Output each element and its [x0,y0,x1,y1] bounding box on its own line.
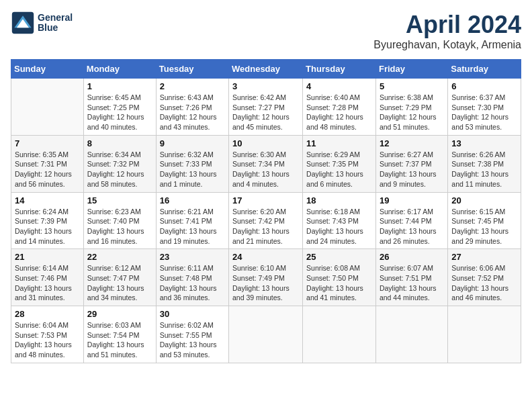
calendar-cell [375,306,447,363]
calendar-week-row: 7Sunrise: 6:35 AMSunset: 7:31 PMDaylight… [11,135,521,192]
logo-icon [11,11,35,35]
cell-info: Sunrise: 6:21 AMSunset: 7:41 PMDaylight:… [160,207,225,246]
calendar-cell: 17Sunrise: 6:20 AMSunset: 7:42 PMDayligh… [229,192,303,249]
cell-info: Sunrise: 6:12 AMSunset: 7:47 PMDaylight:… [87,263,152,303]
cell-info: Sunrise: 6:32 AMSunset: 7:33 PMDaylight:… [160,150,225,189]
cell-info: Sunrise: 6:08 AMSunset: 7:50 PMDaylight:… [306,263,372,303]
col-header-saturday: Saturday [448,60,521,79]
calendar-cell: 9Sunrise: 6:32 AMSunset: 7:33 PMDaylight… [156,135,228,192]
calendar-week-row: 21Sunrise: 6:14 AMSunset: 7:46 PMDayligh… [11,249,521,306]
col-header-sunday: Sunday [11,60,84,79]
day-number: 29 [87,309,152,319]
day-number: 17 [232,195,299,205]
day-number: 12 [380,138,444,148]
day-number: 23 [160,252,225,262]
cell-info: Sunrise: 6:20 AMSunset: 7:42 PMDaylight:… [232,207,299,246]
cell-info: Sunrise: 6:37 AMSunset: 7:30 PMDaylight:… [451,93,517,132]
calendar-cell: 10Sunrise: 6:30 AMSunset: 7:34 PMDayligh… [229,135,303,192]
calendar-week-row: 14Sunrise: 6:24 AMSunset: 7:39 PMDayligh… [11,192,521,249]
day-number: 1 [87,81,152,91]
calendar-cell: 19Sunrise: 6:17 AMSunset: 7:44 PMDayligh… [375,192,447,249]
cell-info: Sunrise: 6:03 AMSunset: 7:54 PMDaylight:… [87,320,152,360]
calendar-cell: 3Sunrise: 6:42 AMSunset: 7:27 PMDaylight… [229,79,303,136]
cell-info: Sunrise: 6:40 AMSunset: 7:28 PMDaylight:… [306,93,372,132]
day-number: 30 [160,309,225,319]
day-number: 21 [15,252,80,262]
cell-info: Sunrise: 6:04 AMSunset: 7:53 PMDaylight:… [15,320,80,360]
cell-info: Sunrise: 6:27 AMSunset: 7:37 PMDaylight:… [380,150,444,189]
cell-info: Sunrise: 6:35 AMSunset: 7:31 PMDaylight:… [15,150,80,189]
calendar-week-row: 1Sunrise: 6:45 AMSunset: 7:25 PMDaylight… [11,79,521,136]
day-number: 27 [451,252,517,262]
logo-line1: General [38,13,73,23]
day-number: 8 [87,138,152,148]
day-number: 22 [87,252,152,262]
day-number: 2 [160,81,225,91]
calendar-cell: 1Sunrise: 6:45 AMSunset: 7:25 PMDaylight… [83,79,156,136]
calendar-cell: 27Sunrise: 6:06 AMSunset: 7:52 PMDayligh… [448,249,521,306]
day-number: 10 [232,138,299,148]
col-header-thursday: Thursday [303,60,376,79]
day-number: 11 [306,138,372,148]
calendar-cell: 4Sunrise: 6:40 AMSunset: 7:28 PMDaylight… [303,79,376,136]
calendar-cell: 26Sunrise: 6:07 AMSunset: 7:51 PMDayligh… [375,249,447,306]
col-header-friday: Friday [375,60,447,79]
cell-info: Sunrise: 6:24 AMSunset: 7:39 PMDaylight:… [15,207,80,246]
day-number: 28 [15,309,80,319]
calendar-cell: 21Sunrise: 6:14 AMSunset: 7:46 PMDayligh… [11,249,84,306]
day-number: 3 [232,81,299,91]
location-title: Byureghavan, Kotayk, Armenia [373,39,521,51]
calendar-cell: 20Sunrise: 6:15 AMSunset: 7:45 PMDayligh… [448,192,521,249]
calendar-cell [229,306,303,363]
cell-info: Sunrise: 6:14 AMSunset: 7:46 PMDaylight:… [15,263,80,303]
logo: General Blue [11,11,73,35]
calendar-cell: 23Sunrise: 6:11 AMSunset: 7:48 PMDayligh… [156,249,228,306]
cell-info: Sunrise: 6:26 AMSunset: 7:38 PMDaylight:… [451,150,517,189]
cell-info: Sunrise: 6:15 AMSunset: 7:45 PMDaylight:… [451,207,517,246]
calendar-cell: 13Sunrise: 6:26 AMSunset: 7:38 PMDayligh… [448,135,521,192]
col-header-wednesday: Wednesday [229,60,303,79]
cell-info: Sunrise: 6:17 AMSunset: 7:44 PMDaylight:… [380,207,444,246]
calendar-cell: 14Sunrise: 6:24 AMSunset: 7:39 PMDayligh… [11,192,84,249]
day-number: 24 [232,252,299,262]
calendar-cell: 7Sunrise: 6:35 AMSunset: 7:31 PMDaylight… [11,135,84,192]
cell-info: Sunrise: 6:34 AMSunset: 7:32 PMDaylight:… [87,150,152,189]
cell-info: Sunrise: 6:29 AMSunset: 7:35 PMDaylight:… [306,150,372,189]
page-header: General Blue April 2024 Byureghavan, Kot… [11,11,521,51]
logo-line2: Blue [38,23,73,33]
day-number: 7 [15,138,80,148]
cell-info: Sunrise: 6:02 AMSunset: 7:55 PMDaylight:… [160,320,225,360]
day-number: 15 [87,195,152,205]
calendar-cell: 29Sunrise: 6:03 AMSunset: 7:54 PMDayligh… [83,306,156,363]
calendar-cell: 18Sunrise: 6:18 AMSunset: 7:43 PMDayligh… [303,192,376,249]
day-number: 18 [306,195,372,205]
day-number: 13 [451,138,517,148]
month-title: April 2024 [373,11,521,39]
cell-info: Sunrise: 6:30 AMSunset: 7:34 PMDaylight:… [232,150,299,189]
calendar-cell: 25Sunrise: 6:08 AMSunset: 7:50 PMDayligh… [303,249,376,306]
calendar-cell: 28Sunrise: 6:04 AMSunset: 7:53 PMDayligh… [11,306,84,363]
day-number: 6 [451,81,517,91]
calendar-cell [11,79,84,136]
col-header-monday: Monday [83,60,156,79]
day-number: 16 [160,195,225,205]
day-number: 5 [380,81,444,91]
day-number: 25 [306,252,372,262]
calendar-cell: 22Sunrise: 6:12 AMSunset: 7:47 PMDayligh… [83,249,156,306]
day-number: 19 [380,195,444,205]
calendar-cell: 15Sunrise: 6:23 AMSunset: 7:40 PMDayligh… [83,192,156,249]
day-number: 9 [160,138,225,148]
calendar-cell: 24Sunrise: 6:10 AMSunset: 7:49 PMDayligh… [229,249,303,306]
cell-info: Sunrise: 6:45 AMSunset: 7:25 PMDaylight:… [87,93,152,132]
cell-info: Sunrise: 6:06 AMSunset: 7:52 PMDaylight:… [451,263,517,303]
cell-info: Sunrise: 6:42 AMSunset: 7:27 PMDaylight:… [232,93,299,132]
calendar-header-row: SundayMondayTuesdayWednesdayThursdayFrid… [11,60,521,79]
calendar-cell: 11Sunrise: 6:29 AMSunset: 7:35 PMDayligh… [303,135,376,192]
calendar-week-row: 28Sunrise: 6:04 AMSunset: 7:53 PMDayligh… [11,306,521,363]
calendar-cell: 6Sunrise: 6:37 AMSunset: 7:30 PMDaylight… [448,79,521,136]
calendar-cell: 16Sunrise: 6:21 AMSunset: 7:41 PMDayligh… [156,192,228,249]
cell-info: Sunrise: 6:10 AMSunset: 7:49 PMDaylight:… [232,263,299,303]
day-number: 26 [380,252,444,262]
day-number: 20 [451,195,517,205]
calendar-cell [448,306,521,363]
